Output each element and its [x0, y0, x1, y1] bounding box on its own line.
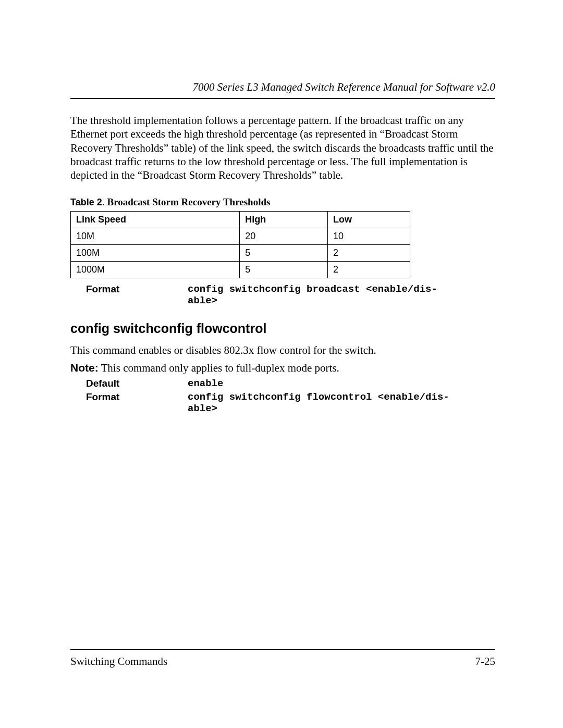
cell-low: 10 — [328, 228, 410, 245]
running-header: 7000 Series L3 Managed Switch Reference … — [70, 81, 495, 99]
cell-low: 2 — [328, 245, 410, 262]
table-caption: Table 2. Broadcast Storm Recovery Thresh… — [70, 196, 495, 208]
table-row: 1000M 5 2 — [71, 262, 410, 278]
cell-low: 2 — [328, 262, 410, 278]
flowcontrol-note: Note: This command only applies to full-… — [70, 362, 495, 375]
thresholds-table: Link Speed High Low 10M 20 10 100M 5 2 1… — [70, 211, 410, 278]
cell-high: 5 — [240, 262, 328, 278]
note-text: This command only applies to full-duplex… — [99, 362, 339, 374]
cell-link-speed: 10M — [71, 228, 240, 245]
col-link-speed: Link Speed — [71, 212, 240, 228]
format-value: config switchconfig flowcontrol <enable/… — [188, 391, 495, 414]
footer-page-number: 7-25 — [475, 655, 496, 668]
table-header-row: Link Speed High Low — [71, 212, 410, 228]
table-caption-title: Broadcast Storm Recovery Thresholds — [107, 196, 270, 207]
footer-section-name: Switching Commands — [70, 655, 167, 668]
cell-link-speed: 100M — [71, 245, 240, 262]
document-page: 7000 Series L3 Managed Switch Reference … — [0, 0, 563, 728]
flowcontrol-description: This command enables or disables 802.3x … — [70, 343, 495, 357]
page-footer: Switching Commands 7-25 — [70, 649, 495, 668]
table-row: 10M 20 10 — [71, 228, 410, 245]
col-low: Low — [328, 212, 410, 228]
format-value: config switchconfig broadcast <enable/di… — [188, 283, 495, 306]
table-caption-label: Table 2. — [70, 197, 105, 207]
table-row: 100M 5 2 — [71, 245, 410, 262]
cell-high: 5 — [240, 245, 328, 262]
cell-link-speed: 1000M — [71, 262, 240, 278]
flowcontrol-default-row: Default enable — [86, 378, 495, 389]
col-high: High — [240, 212, 328, 228]
format-label: Format — [86, 391, 188, 414]
flowcontrol-format-row: Format config switchconfig flowcontrol <… — [86, 391, 495, 414]
default-value: enable — [188, 378, 495, 389]
section-heading-flowcontrol: config switchconfig flowcontrol — [70, 321, 495, 336]
default-label: Default — [86, 378, 188, 389]
intro-paragraph: The threshold implementation follows a p… — [70, 114, 495, 182]
format-label: Format — [86, 283, 188, 306]
broadcast-format-row: Format config switchconfig broadcast <en… — [86, 283, 495, 306]
cell-high: 20 — [240, 228, 328, 245]
note-label: Note: — [70, 362, 99, 374]
